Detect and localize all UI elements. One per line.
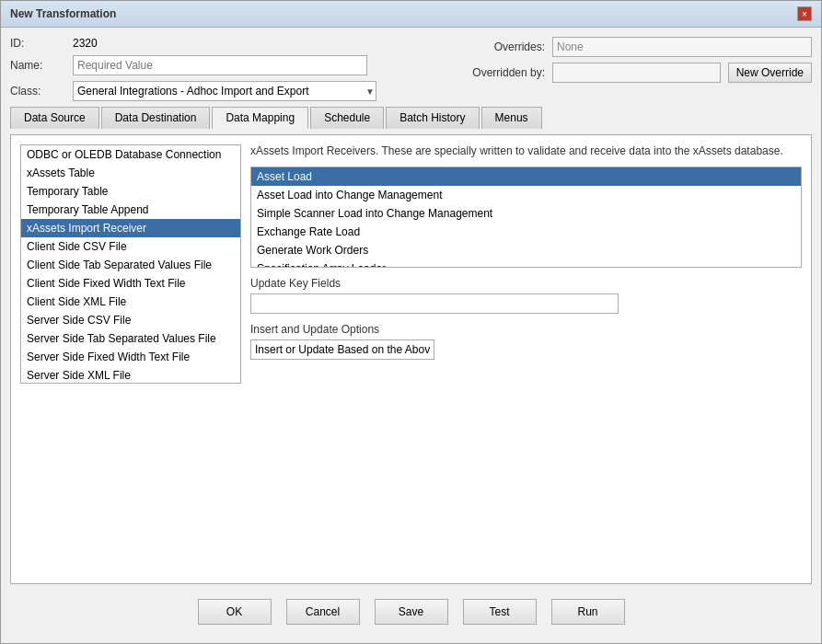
tab-schedule[interactable]: Schedule [310,107,384,129]
tab-data-mapping[interactable]: Data Mapping [212,107,308,129]
new-override-button[interactable]: New Override [728,63,812,83]
update-key-section: Update Key Fields [250,277,802,314]
list-item-client-fixed[interactable]: Client Side Fixed Width Text File [21,274,240,293]
footer: OK Cancel Save Test Run [10,590,812,634]
list-item-server-csv[interactable]: Server Side CSV File [21,311,240,329]
top-area: ID: 2320 Name: Class: General Integratio… [10,37,812,101]
save-button[interactable]: Save [375,599,448,625]
right-panel: xAssets Import Receivers. These are spec… [250,144,802,574]
tab-menus[interactable]: Menus [481,107,542,129]
list-item-client-xml[interactable]: Client Side XML File [21,293,240,311]
id-value: 2320 [73,37,98,50]
class-select[interactable]: General Integrations - Adhoc Import and … [73,81,376,101]
close-button[interactable]: × [797,6,812,21]
tab-batch-history[interactable]: Batch History [386,107,479,129]
update-key-input[interactable] [250,293,619,314]
receiver-item-asset-load-change[interactable]: Asset Load into Change Management [251,186,801,204]
name-label: Name: [10,59,65,72]
receiver-item-specification-array[interactable]: Specification Array Loader [251,259,801,268]
list-item-client-tab[interactable]: Client Side Tab Separated Values File [21,256,240,274]
tab-inner: ODBC or OLEDB Database Connection xAsset… [20,144,802,574]
tab-data-source[interactable]: Data Source [10,107,99,129]
new-transformation-dialog: New Transformation × ID: 2320 Name: Clas… [0,0,822,644]
tab-data-destination[interactable]: Data Destination [101,107,211,129]
receiver-item-simple-scanner[interactable]: Simple Scanner Load into Change Manageme… [251,204,801,223]
list-item-client-csv[interactable]: Client Side CSV File [21,237,240,256]
receiver-item-exchange-rate[interactable]: Exchange Rate Load [251,223,801,241]
insert-update-section: Insert and Update Options Insert or Upda… [250,323,802,360]
source-list-scroll[interactable]: ODBC or OLEDB Database Connection xAsset… [21,145,240,383]
overridden-by-row: Overridden by: New Override [462,63,812,83]
right-form: Overrides: Overridden by: New Override [462,37,812,101]
overridden-by-label: Overridden by: [462,66,545,79]
overrides-row: Overrides: [462,37,812,57]
class-select-wrapper: General Integrations - Adhoc Import and … [73,81,376,101]
cancel-button[interactable]: Cancel [286,599,360,625]
list-item-odbc[interactable]: ODBC or OLEDB Database Connection [21,145,240,164]
list-item-server-xml[interactable]: Server Side XML File [21,366,240,383]
list-item-server-tab[interactable]: Server Side Tab Separated Values File [21,329,240,348]
tab-content: ODBC or OLEDB Database Connection xAsset… [10,134,812,584]
source-list-container: ODBC or OLEDB Database Connection xAsset… [20,144,241,384]
insert-update-select[interactable]: Insert or Update Based on the Above Key [250,339,434,360]
list-item-temporary-table[interactable]: Temporary Table [21,182,240,201]
insert-update-label: Insert and Update Options [250,323,802,336]
overridden-by-input [552,63,721,83]
receiver-item-asset-load[interactable]: Asset Load [251,167,801,186]
list-item-temporary-table-append[interactable]: Temporary Table Append [21,201,240,219]
name-input[interactable] [73,55,367,75]
list-item-server-fixed[interactable]: Server Side Fixed Width Text File [21,348,240,366]
list-item-xassets-import-receiver[interactable]: xAssets Import Receiver [21,219,240,237]
name-row: Name: [10,55,453,75]
id-label: ID: [10,37,65,50]
receiver-scroll[interactable]: Asset Load Asset Load into Change Manage… [251,167,801,268]
tab-bar: Data Source Data Destination Data Mappin… [10,107,812,129]
receiver-item-generate-work-orders[interactable]: Generate Work Orders [251,241,801,259]
list-item-xassets-table[interactable]: xAssets Table [21,164,240,182]
update-key-label: Update Key Fields [250,277,802,290]
overrides-label: Overrides: [462,40,545,53]
overrides-input [552,37,812,57]
ok-button[interactable]: OK [198,599,272,625]
left-form: ID: 2320 Name: Class: General Integratio… [10,37,453,101]
test-button[interactable]: Test [463,599,537,625]
class-label: Class: [10,85,65,98]
dialog-body: ID: 2320 Name: Class: General Integratio… [1,28,821,643]
title-bar: New Transformation × [1,1,821,28]
description-text: xAssets Import Receivers. These are spec… [250,144,802,157]
class-row: Class: General Integrations - Adhoc Impo… [10,81,453,101]
receiver-list: Asset Load Asset Load into Change Manage… [250,167,802,268]
dialog-title: New Transformation [10,7,116,20]
id-row: ID: 2320 [10,37,453,50]
run-button[interactable]: Run [551,599,625,625]
